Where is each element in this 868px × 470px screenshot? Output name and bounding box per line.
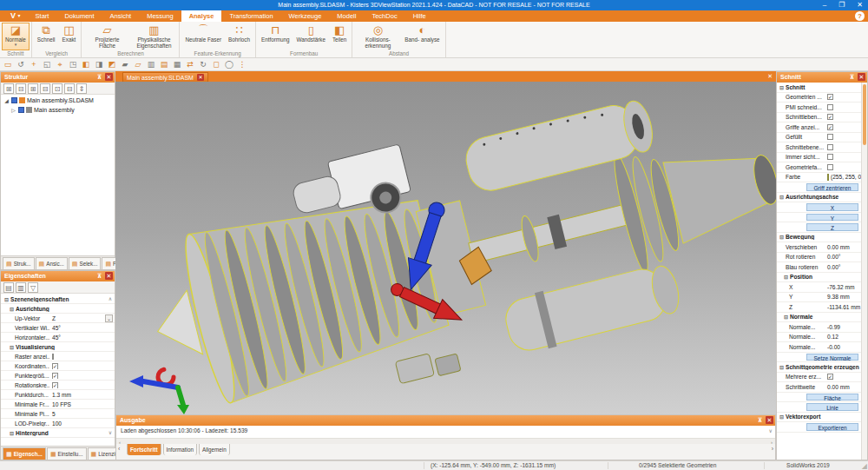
more-icon[interactable]: ⋮: [237, 59, 247, 70]
app-menu-button[interactable]: V ▾: [0, 10, 28, 22]
checkbox[interactable]: [827, 144, 833, 150]
collapse-selected-icon[interactable]: ⊟: [40, 83, 50, 94]
kollisions-erkennung-button[interactable]: ◎Kollisions- erkennung: [354, 23, 401, 50]
close-icon[interactable]: ✕: [766, 416, 773, 424]
close-icon[interactable]: ✕: [105, 73, 113, 81]
x-button[interactable]: X: [806, 203, 858, 211]
setze-normale-button[interactable]: Setze Normale: [806, 354, 858, 361]
section-row-value[interactable]: 0.00°: [825, 254, 861, 260]
griff-zentrieren-button[interactable]: Griff zentrieren: [806, 183, 858, 191]
collapse-icon[interactable]: ⊟: [779, 365, 784, 370]
bohrloch-button[interactable]: ∷Bohrloch: [225, 23, 253, 50]
panel-tab-selek[interactable]: ▤Selek...: [69, 257, 102, 269]
pin-icon[interactable]: ⊼: [95, 272, 103, 280]
checkbox[interactable]: ✓: [52, 373, 58, 379]
scroll-up-icon[interactable]: ∧: [107, 295, 114, 302]
property-value[interactable]: Z: [49, 315, 105, 321]
collapse-icon[interactable]: ⊟: [779, 235, 784, 240]
property-value[interactable]: 5: [49, 411, 115, 417]
section-row-value[interactable]: -0.00: [825, 344, 861, 350]
view-side-icon[interactable]: ◩: [107, 59, 117, 70]
checkbox[interactable]: [827, 154, 833, 160]
menu-tab-werkzeuge[interactable]: Werkzeuge: [281, 10, 330, 22]
section-row-value[interactable]: -0.99: [825, 324, 861, 330]
schnell-button[interactable]: ⧉Schnell: [34, 23, 59, 50]
screenshot-icon[interactable]: ◻: [211, 59, 221, 70]
property-value[interactable]: 10 FPS: [49, 401, 115, 407]
collapse-icon[interactable]: ⊟: [10, 345, 14, 350]
expand-selected-icon[interactable]: ⊞: [28, 83, 38, 94]
render-xray-icon[interactable]: ▦: [172, 59, 182, 70]
checkbox[interactable]: ✓: [827, 114, 833, 120]
collapse-icon[interactable]: ⊟: [779, 414, 784, 420]
exportieren-button[interactable]: Exportieren: [806, 423, 858, 431]
checkbox[interactable]: [827, 164, 833, 170]
section-row-value[interactable]: 0.00 mm: [825, 244, 861, 250]
panel-tab-ansic[interactable]: ▤Ansic...: [36, 257, 68, 269]
property-value[interactable]: 45°: [49, 334, 115, 341]
exakt-button[interactable]: ◫Exakt: [58, 23, 79, 50]
viewport-3d[interactable]: [115, 82, 776, 414]
tabs-prev-icon[interactable]: ‹: [118, 446, 120, 452]
zoom-window-icon[interactable]: ◱: [42, 59, 52, 70]
band-analyse-button[interactable]: ◐Band- analyse: [401, 23, 443, 50]
menu-tab-dokument[interactable]: Dokument: [56, 10, 102, 22]
filter-icon[interactable]: ▽: [28, 282, 38, 293]
section-row-value[interactable]: 9.38 mm: [825, 294, 861, 300]
help-icon[interactable]: ?: [855, 11, 865, 21]
section-row-value[interactable]: 0.00°: [825, 264, 861, 270]
sync-selection-icon[interactable]: ⇕: [76, 83, 87, 94]
pin-icon[interactable]: ⊼: [848, 73, 856, 81]
teilen-button[interactable]: ◧Teilen: [329, 23, 350, 50]
menu-tab-start[interactable]: Start: [28, 10, 57, 22]
render-wireframe-icon[interactable]: ▱: [133, 59, 143, 70]
close-button[interactable]: ✕: [857, 0, 863, 10]
section-row-value[interactable]: 0.12: [825, 334, 861, 340]
tabs-next-icon[interactable]: ›: [772, 446, 773, 452]
checkbox[interactable]: ✓: [827, 374, 833, 380]
normale-button[interactable]: ◪Normale▾: [2, 23, 30, 50]
menu-tab-techdoc[interactable]: TechDoc: [364, 10, 404, 22]
pin-icon[interactable]: ⊼: [756, 416, 764, 424]
checkbox[interactable]: ✓: [827, 124, 833, 130]
view-iso-icon[interactable]: ◧: [81, 59, 91, 70]
y-button[interactable]: Y: [806, 214, 858, 222]
property-value[interactable]: 100: [49, 420, 115, 427]
menu-tab-modell[interactable]: Modell: [329, 10, 364, 22]
close-icon[interactable]: ✕: [105, 272, 113, 280]
bottom-tab-einstellu[interactable]: ▦Einstellu...: [47, 447, 87, 460]
section-row-value[interactable]: -76.32 mm: [825, 284, 861, 290]
collapse-icon[interactable]: ⊟: [779, 195, 784, 200]
strip-close-icon[interactable]: ✕: [767, 73, 773, 80]
maximize-button[interactable]: ❐: [838, 0, 845, 10]
render-hidden-line-icon[interactable]: ▥: [146, 59, 156, 70]
menu-tab-transformation[interactable]: Transformation: [221, 10, 280, 22]
visibility-checkbox[interactable]: [18, 107, 24, 113]
collapse-icon[interactable]: ⊟: [784, 314, 788, 320]
pin-icon[interactable]: ⊼: [95, 73, 103, 81]
checkbox[interactable]: ✓: [827, 94, 833, 100]
physikalische-eigenschaften-button[interactable]: ▥Physikalische Eigenschaften: [130, 23, 177, 50]
pan-icon[interactable]: +: [29, 59, 39, 70]
output-tab-information[interactable]: Information: [163, 444, 198, 455]
minimize-button[interactable]: –: [823, 0, 826, 10]
collapse-icon[interactable]: ⊟: [10, 307, 14, 312]
scroll-down-icon[interactable]: ∨: [769, 427, 773, 434]
property-value[interactable]: 1.3 mm: [49, 392, 115, 398]
close-icon[interactable]: ✕: [858, 73, 865, 81]
dropdown-arrow-icon[interactable]: ⌄: [105, 314, 113, 322]
checkbox[interactable]: ✓: [52, 363, 58, 369]
bottom-tab-eigensch[interactable]: ▦Eigensch...: [3, 447, 46, 460]
fläche-button[interactable]: Fläche: [806, 394, 858, 401]
alphabetical-icon[interactable]: ▥: [16, 282, 26, 293]
render-illustration-icon[interactable]: ▤: [159, 59, 169, 70]
property-value[interactable]: 45°: [49, 325, 115, 331]
select-icon[interactable]: ▭: [3, 59, 13, 70]
spin-icon[interactable]: ↻: [198, 59, 208, 70]
visibility-checkbox[interactable]: [11, 97, 17, 103]
section-panel-scrollbar[interactable]: [861, 83, 867, 460]
output-tab-fortschritt[interactable]: Fortschritt: [127, 444, 161, 455]
resize-grip[interactable]: ◢: [862, 462, 867, 470]
neutrale-faser-button[interactable]: ⌒Neutrale Faser: [181, 23, 225, 50]
view-front-icon[interactable]: ◨: [94, 59, 104, 70]
